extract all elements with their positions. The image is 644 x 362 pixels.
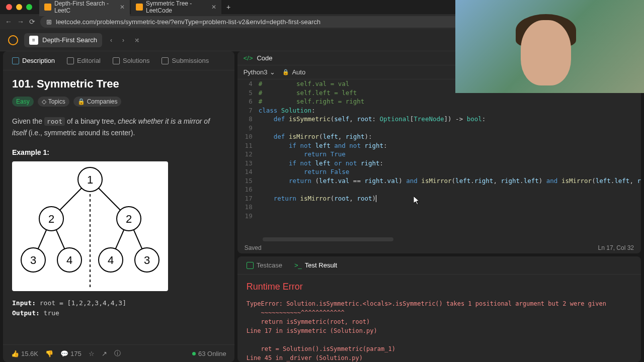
code-line[interactable]: 16 [237, 185, 641, 194]
difficulty-badge: Easy [12, 97, 34, 107]
error-title: Runtime Error [247, 282, 632, 292]
info-icon: ⓘ [114, 349, 121, 358]
code-line[interactable]: 8 def isSymmetric(self, root: Optional[T… [237, 115, 641, 124]
prev-problem-button[interactable]: ‹ [108, 37, 114, 44]
code-line[interactable]: 15 return (left.val == right.val) and is… [237, 176, 641, 186]
svg-text:3: 3 [30, 254, 36, 266]
maximize-window-icon[interactable] [26, 4, 32, 10]
example-title: Example 1: [12, 148, 225, 156]
tab-solutions[interactable]: Solutions [108, 54, 154, 67]
tag-icon: ◇ [42, 98, 46, 105]
tab-testresult[interactable]: >_ Test Result [290, 258, 341, 272]
topics-button[interactable]: ◇ Topics [38, 97, 69, 107]
problem-content: 101. Symmetric Tree Easy ◇ Topics 🔒 Comp… [3, 70, 234, 344]
code-line[interactable]: 18 [237, 203, 641, 212]
chevron-down-icon: ⌄ [270, 68, 275, 76]
tab-title: Symmetric Tree - LeetCode [146, 0, 206, 14]
leetcode-favicon-icon [136, 4, 143, 11]
flask-icon [113, 57, 120, 64]
playlist-label: Depth-First Search [42, 36, 97, 44]
code-icon: </> [244, 54, 253, 62]
site-info-icon[interactable]: ⊞ [46, 18, 52, 26]
auto-button[interactable]: 🔒 Auto [282, 68, 305, 76]
close-window-icon[interactable] [6, 4, 12, 10]
tab-editorial[interactable]: Editorial [62, 54, 106, 67]
code-line[interactable]: 14 return False [237, 167, 641, 176]
close-tab-icon[interactable]: ✕ [120, 4, 125, 11]
comments-button[interactable]: 💬175 [60, 350, 82, 357]
svg-text:4: 4 [108, 254, 114, 266]
share-button[interactable]: ↗ [102, 350, 107, 357]
tree-diagram: 1 2 2 3 4 4 3 [12, 161, 168, 291]
language-select[interactable]: Python3 ⌄ [244, 68, 276, 76]
window-controls[interactable] [6, 4, 32, 10]
check-icon [247, 262, 254, 269]
terminal-icon: >_ [294, 261, 302, 269]
like-button[interactable]: 👍15.6K [11, 350, 38, 357]
code-line[interactable]: 17 return isMirror(root, root) [237, 194, 641, 203]
problem-panel: Description Editorial Solutions Submissi… [3, 51, 234, 362]
result-panel: Testcase >_ Test Result Runtime Error Ty… [237, 256, 641, 362]
code-line[interactable]: 11 if not left and not right: [237, 141, 641, 150]
problem-tabs: Description Editorial Solutions Submissi… [3, 51, 234, 70]
code-line[interactable]: 13 if not left or not right: [237, 159, 641, 168]
right-panel: </> Code Python3 ⌄ 🔒 Auto 4# self.val = … [237, 51, 641, 362]
horizontal-scrollbar[interactable] [263, 237, 393, 241]
main-area: Description Editorial Solutions Submissi… [0, 51, 644, 362]
online-dot-icon [192, 352, 196, 355]
code-line[interactable]: 9 [237, 124, 641, 133]
description-icon [12, 57, 19, 64]
playlist-button[interactable]: ≡ Depth-First Search [24, 33, 102, 47]
saved-status: Saved [245, 244, 262, 251]
lock-icon: 🔒 [282, 69, 289, 75]
dislike-button[interactable]: 👎 [45, 350, 53, 357]
webcam-overlay [455, 0, 644, 93]
minimize-window-icon[interactable] [16, 4, 22, 10]
share-icon: ↗ [102, 350, 107, 357]
leetcode-favicon-icon [44, 4, 51, 11]
code-line[interactable]: 19 [237, 212, 641, 221]
comment-icon: 💬 [60, 350, 68, 357]
problem-footer: 👍15.6K 👎 💬175 ☆ ↗ ⓘ 63 Online [3, 344, 234, 362]
tab-description[interactable]: Description [7, 54, 60, 67]
new-tab-button[interactable]: + [222, 3, 234, 11]
svg-text:4: 4 [66, 254, 72, 266]
example-io: Input: root = [1,2,2,3,4,4,3] Output: tr… [12, 298, 225, 318]
companies-button[interactable]: 🔒 Companies [73, 97, 122, 107]
next-problem-button[interactable]: › [120, 37, 126, 44]
code-editor[interactable]: 4# self.val = val5# self.left = left6# s… [237, 79, 641, 236]
list-icon: ≡ [29, 36, 38, 45]
close-tab-icon[interactable]: ✕ [211, 4, 216, 11]
leetcode-logo-icon[interactable] [8, 35, 18, 45]
error-text: TypeError: Solution.isSymmetric.<locals>… [247, 299, 632, 362]
code-line[interactable]: 6# self.right = right [237, 97, 641, 106]
favorite-button[interactable]: ☆ [89, 350, 95, 357]
clock-icon [162, 57, 169, 64]
result-tabs: Testcase >_ Test Result [237, 256, 641, 275]
forward-button[interactable]: → [17, 18, 24, 26]
cursor-position: Ln 17, Col 32 [598, 244, 634, 251]
lock-icon: 🔒 [77, 98, 85, 105]
problem-badges: Easy ◇ Topics 🔒 Companies [12, 97, 225, 107]
code-title: Code [257, 54, 272, 62]
code-line[interactable]: 10 def isMirror(left, right): [237, 132, 641, 141]
code-line[interactable]: 7class Solution: [237, 106, 641, 115]
result-content: Runtime Error TypeError: Solution.isSymm… [237, 275, 641, 362]
thumbs-up-icon: 👍 [11, 350, 19, 357]
browser-tab-1[interactable]: Symmetric Tree - LeetCode ✕ [131, 0, 221, 16]
tab-testcase[interactable]: Testcase [243, 258, 286, 272]
problem-description: Given the root of a binary tree, check w… [12, 116, 225, 138]
browser-tab-0[interactable]: Depth-First Search - LeetC ✕ [39, 0, 130, 16]
svg-text:2: 2 [48, 213, 54, 225]
url-text: leetcode.com/problems/symmetric-tree/?en… [56, 18, 320, 26]
book-icon [67, 57, 74, 64]
svg-text:3: 3 [144, 254, 150, 266]
problem-title: 101. Symmetric Tree [12, 77, 225, 90]
tab-submissions[interactable]: Submissions [156, 54, 214, 67]
back-button[interactable]: ← [5, 18, 12, 26]
shuffle-button[interactable]: ⤨ [132, 37, 141, 44]
feedback-button[interactable]: ⓘ [114, 349, 121, 358]
thumbs-down-icon: 👎 [45, 350, 53, 357]
code-line[interactable]: 12 return True [237, 150, 641, 159]
reload-button[interactable]: ⟳ [29, 18, 35, 26]
